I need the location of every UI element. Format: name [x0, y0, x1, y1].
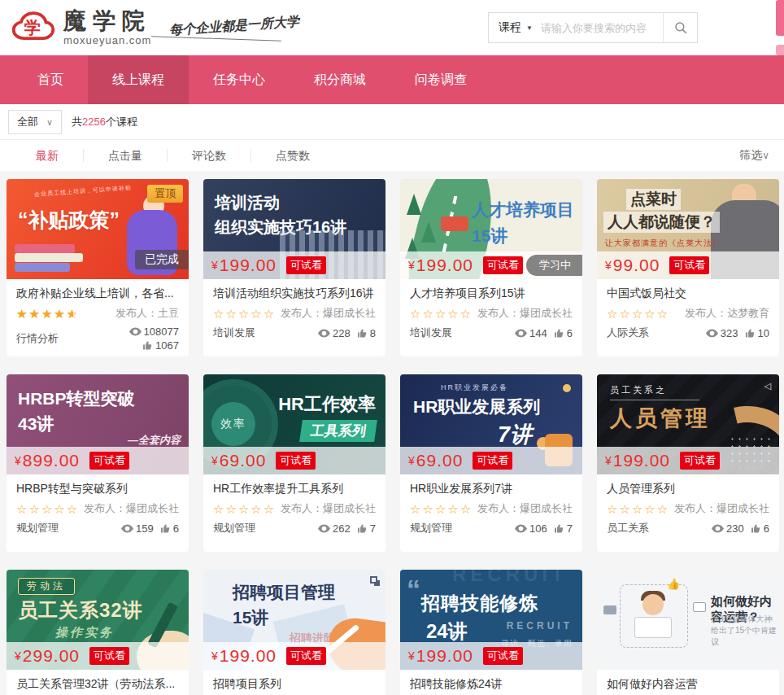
course-card[interactable]: RECRUIT “ 招聘技能修炼 24讲 RECRUIT 寻访、甄选、录用 ¥1… — [400, 570, 582, 695]
sort-newest[interactable]: 最新 — [11, 149, 84, 162]
course-cover[interactable]: 劳动法 员工关系32讲 操作实务 ¥299.00 可试看 — [7, 570, 189, 670]
sort-comments[interactable]: 评论数 — [168, 149, 251, 162]
search-category-dropdown[interactable]: 课程 ▼ — [489, 20, 541, 35]
trial-badge[interactable]: 可试看 — [286, 256, 326, 274]
trial-badge[interactable]: 可试看 — [483, 647, 523, 665]
trial-badge[interactable]: 可试看 — [483, 256, 523, 274]
course-title[interactable]: HRBP转型与突破系列 — [16, 481, 179, 496]
course-cover[interactable]: 👍 如何做好内容运营？ 这3位新媒体大神 给出了15个中肯建议 — [597, 570, 779, 670]
cartoon-person-illustration — [642, 594, 664, 615]
nav-item-points-mall[interactable]: 积分商城 — [290, 55, 390, 104]
search-icon — [673, 20, 688, 35]
thumbs-up-illustration: 👍 — [667, 578, 680, 590]
nav-item-home[interactable]: 首页 — [13, 55, 88, 104]
course-card[interactable]: 点菜时 人人都说随便？ 让大家都满意的《点菜大法》 ¥99.00 可试看 中国式… — [597, 179, 779, 356]
course-cover[interactable]: 点菜时 人人都说随便？ 让大家都满意的《点菜大法》 ¥99.00 可试看 — [597, 179, 779, 279]
views-count: 159 — [121, 522, 154, 535]
likes-count: 6 — [160, 522, 179, 535]
views-count: 323 — [706, 327, 738, 339]
likes-count: 6 — [751, 522, 769, 535]
nav-item-task-center[interactable]: 任务中心 — [189, 55, 290, 104]
floating-side-tab-secondary[interactable] — [776, 45, 784, 55]
search-input[interactable] — [541, 22, 663, 34]
trial-badge[interactable]: 可试看 — [89, 647, 129, 665]
course-cover[interactable]: 效率 HR工作效率 工具系列 ¥69.00 可试看 — [203, 374, 385, 474]
course-title[interactable]: 招聘技能修炼24讲 — [410, 676, 573, 691]
cover-title: “补贴政策” — [18, 207, 120, 234]
course-title[interactable]: 培训活动组织实施技巧系列16讲 — [213, 286, 376, 300]
course-category[interactable]: 规划管理 — [16, 521, 59, 535]
course-count: 共2256个课程 — [72, 115, 137, 129]
course-category[interactable]: 员工关系 — [607, 521, 649, 535]
filter-bar: 全部 ∨ 共2256个课程 — [0, 104, 784, 140]
likes-count: 6 — [554, 327, 573, 339]
trial-badge[interactable]: 可试看 — [473, 452, 512, 470]
speaker-icon: ◁ — [764, 381, 771, 391]
status-learning-badge: 学习中 — [526, 255, 582, 276]
course-category[interactable]: 规划管理 — [213, 521, 255, 535]
thumbs-up-icon — [142, 340, 153, 351]
sort-clicks[interactable]: 点击量 — [84, 149, 168, 162]
course-card[interactable]: 企业员工线上培训，可以申请补贴 “补贴政策” 置顶 已完成 政府补贴企业线上培训… — [7, 179, 189, 356]
rating-stars: ☆☆☆☆☆★★★★★ — [16, 307, 79, 321]
nav-item-online-courses[interactable]: 线上课程 — [88, 55, 189, 104]
nav-item-survey[interactable]: 问卷调查 — [390, 55, 491, 104]
sort-bar: 最新 点击量 评论数 点赞数 筛选∨ — [0, 140, 784, 171]
course-cover[interactable]: RECRUIT “ 招聘技能修炼 24讲 RECRUIT 寻访、甄选、录用 ¥1… — [400, 570, 582, 670]
price-strip: ¥69.00 可试看 — [400, 447, 582, 474]
trial-badge[interactable]: 可试看 — [89, 452, 129, 470]
course-title[interactable]: 中国式饭局社交 — [607, 286, 769, 300]
course-title[interactable]: 如何做好内容运营 — [607, 676, 769, 691]
trial-badge[interactable]: 可试看 — [680, 452, 720, 470]
course-title[interactable]: HR职业发展系列7讲 — [410, 481, 573, 496]
rating-stars: ☆☆☆☆☆★★★★★ — [607, 502, 669, 516]
course-title[interactable]: 员工关系管理32讲（劳动法系... — [16, 676, 179, 691]
course-title[interactable]: 政府补贴企业线上培训，各省... — [16, 286, 179, 300]
trial-badge[interactable]: 可试看 — [286, 647, 326, 665]
course-cover[interactable]: 员工关系之 人员管理 ◁ ¥199.00 可试看 — [597, 374, 779, 474]
course-card[interactable]: 招聘项目管理15讲 招聘进阶 ¥199.00 可试看 招聘项目系列 — [203, 570, 385, 695]
course-cover[interactable]: HRBP转型突破43讲 —全套内容 ¥899.00 可试看 — [7, 374, 189, 474]
course-category[interactable]: 人际关系 — [607, 326, 649, 340]
eye-icon — [129, 327, 142, 336]
course-card[interactable]: HR职业发展必备 HR职业发展系列 7讲 ¥69.00 可试看 HR职业发展系列… — [400, 374, 582, 552]
course-category[interactable]: 培训发展 — [410, 326, 452, 340]
publisher: 发布人：爆团成长社 — [281, 306, 376, 321]
course-category[interactable]: 培训发展 — [213, 326, 255, 340]
course-category[interactable]: 规划管理 — [410, 521, 452, 535]
course-card[interactable]: 劳动法 员工关系32讲 操作实务 ¥299.00 可试看 员工关系管理32讲（劳… — [7, 570, 189, 695]
course-cover[interactable]: HR职业发展必备 HR职业发展系列 7讲 ¥69.00 可试看 — [400, 374, 582, 474]
course-card[interactable]: 员工关系之 人员管理 ◁ ¥199.00 可试看 人员管理系列 ☆☆☆☆☆★★★… — [597, 374, 779, 552]
sort-likes[interactable]: 点赞数 — [251, 149, 334, 162]
course-cover[interactable]: 培训活动组织实施技巧16讲 ¥199.00 可试看 — [203, 179, 385, 279]
course-card[interactable]: 👍 如何做好内容运营？ 这3位新媒体大神 给出了15个中肯建议 如何做好内容运营 — [597, 570, 779, 695]
trial-badge[interactable]: 可试看 — [669, 256, 709, 274]
category-dropdown[interactable]: 全部 ∨ — [8, 110, 62, 134]
search-button[interactable] — [663, 13, 697, 42]
course-card[interactable]: 培训活动组织实施技巧16讲 ¥199.00 可试看 培训活动组织实施技巧系列16… — [203, 179, 385, 356]
course-title[interactable]: 人员管理系列 — [607, 481, 769, 496]
trial-badge[interactable]: 可试看 — [276, 452, 316, 470]
cloud-logo-icon: 学 — [10, 9, 57, 46]
publisher: 发布人：爆团成长社 — [674, 501, 769, 516]
course-title[interactable]: 人才培养项目系列15讲 — [410, 286, 573, 300]
course-card[interactable]: 人才培养项目15讲 ¥199.00 可试看 学习中 人才培养项目系列15讲 ☆☆… — [400, 179, 582, 356]
course-card[interactable]: 效率 HR工作效率 工具系列 ¥69.00 可试看 HR工作效率提升工具系列 ☆… — [203, 374, 385, 552]
brand-logo[interactable]: 学 魔学院 moxueyuan.com — [10, 9, 151, 46]
course-grid: 企业员工线上培训，可以申请补贴 “补贴政策” 置顶 已完成 政府补贴企业线上培训… — [0, 171, 784, 695]
course-title[interactable]: HR工作效率提升工具系列 — [213, 481, 376, 496]
course-card[interactable]: HRBP转型突破43讲 —全套内容 ¥899.00 可试看 HRBP转型与突破系… — [7, 374, 189, 552]
course-cover[interactable]: 企业员工线上培训，可以申请补贴 “补贴政策” 置顶 已完成 — [7, 179, 189, 279]
filter-toggle[interactable]: 筛选∨ — [739, 148, 773, 163]
floating-side-tab[interactable] — [776, 0, 784, 36]
copy-icon — [370, 576, 377, 584]
course-cover[interactable]: 人才培养项目15讲 ¥199.00 可试看 学习中 — [400, 179, 582, 279]
rating-stars: ☆☆☆☆☆★★★★★ — [16, 502, 79, 516]
publisher: 发布人：爆团成长社 — [477, 501, 573, 516]
course-title[interactable]: 招聘项目系列 — [213, 676, 376, 691]
course-category[interactable]: 行情分析 — [16, 331, 59, 346]
thumbs-up-icon — [357, 523, 368, 534]
course-cover[interactable]: 招聘项目管理15讲 招聘进阶 ¥199.00 可试看 — [203, 570, 385, 670]
search-box: 课程 ▼ — [488, 12, 698, 43]
views-count: 144 — [515, 327, 547, 339]
